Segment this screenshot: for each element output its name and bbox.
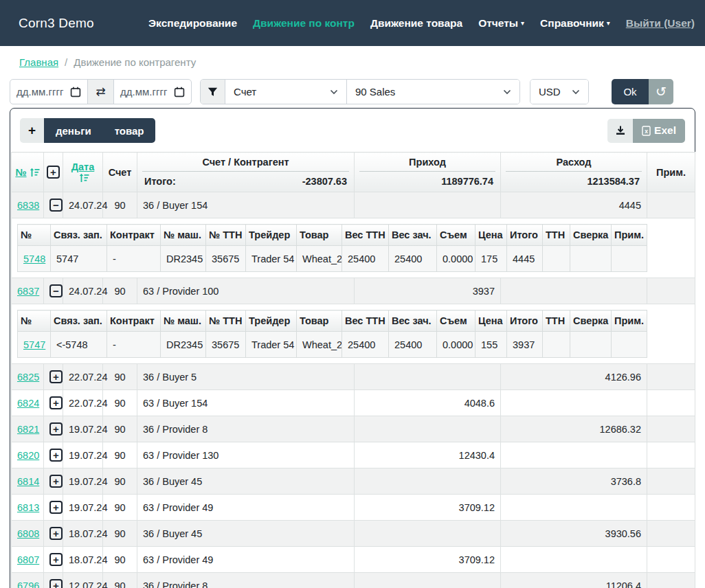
subtable-header: Прим.	[612, 310, 647, 332]
nav-item-reports-dropdown[interactable]: Отчеты▾	[478, 17, 524, 30]
download-button[interactable]	[607, 119, 633, 143]
sort-by-num-link[interactable]: №	[15, 167, 26, 178]
subtable-wrapper: №Связ. зап.Контракт№ маш.№ ТТНТрейдерТов…	[12, 218, 695, 278]
subtable-header: Итого	[507, 225, 543, 246]
expand-cell: +	[44, 573, 63, 588]
subrow-link[interactable]: 5747	[23, 339, 45, 350]
subtable-cell: 35675	[206, 246, 246, 272]
download-icon	[615, 125, 626, 136]
date-to-input[interactable]: дд.мм.гггг	[114, 80, 191, 104]
note-cell	[647, 416, 695, 442]
expand-row-toggle[interactable]: +	[49, 475, 63, 488]
expense-total: 1213584.37	[504, 172, 644, 190]
logout-link[interactable]: Выйти (User)	[626, 17, 695, 30]
subrow-link[interactable]: 5748	[23, 253, 45, 264]
row-link[interactable]: 6821	[17, 424, 39, 435]
expand-row-toggle[interactable]: +	[49, 553, 63, 566]
row-link[interactable]: 6813	[17, 502, 39, 513]
subtable-header: Трейдер	[246, 225, 297, 246]
row-id-cell: 6807	[12, 547, 44, 573]
income-cell	[355, 521, 501, 547]
collapse-row-toggle[interactable]: −	[49, 284, 63, 297]
expand-row-toggle[interactable]: +	[49, 396, 63, 409]
row-link[interactable]: 6820	[17, 450, 39, 461]
add-button[interactable]: +	[20, 118, 44, 143]
subtable: №Связ. зап.Контракт№ маш.№ ТТНТрейдерТов…	[17, 310, 647, 358]
money-tab-button[interactable]: деньги	[44, 118, 103, 143]
row-link[interactable]: 6838	[17, 200, 39, 211]
row-link[interactable]: 6814	[17, 476, 39, 487]
date-from-input[interactable]: дд.мм.гггг	[10, 80, 87, 104]
reset-button[interactable]: ↺	[649, 79, 673, 104]
expand-all-toggle[interactable]: +	[47, 166, 60, 179]
row-link[interactable]: 6824	[17, 398, 39, 409]
totals-income: 1189776.74	[441, 176, 493, 187]
note-cell	[647, 192, 695, 218]
subtable-cell: 0.0000	[437, 246, 475, 272]
income-column-header: Приход 1189776.74	[355, 152, 501, 192]
nav-item-goods-movement[interactable]: Движение товара	[370, 17, 462, 30]
nav-item-contractor-movement[interactable]: Движение по контр	[253, 17, 355, 30]
excel-file-icon: x	[642, 126, 651, 136]
excel-export-button[interactable]: x Exel	[633, 119, 685, 143]
note-cell	[647, 468, 695, 495]
row-id-cell: 6837	[12, 278, 44, 304]
apply-group: Ok ↺	[612, 79, 673, 104]
ok-button[interactable]: Ok	[612, 79, 649, 104]
expand-row-toggle[interactable]: +	[49, 501, 63, 514]
row-link[interactable]: 6796	[17, 580, 39, 588]
table-row: 6838−24.07.249036 / Buyer 1544445	[12, 192, 695, 218]
sort-icon[interactable]	[79, 173, 89, 183]
date-cell: 19.07.24	[63, 442, 103, 468]
currency-group: USD	[530, 79, 589, 104]
income-cell: 3709.12	[355, 495, 501, 521]
expense-cell: 11206.4	[501, 573, 647, 588]
account-cell: 90	[103, 192, 137, 218]
subtable-header: № ТТН	[206, 310, 246, 332]
excel-export-label: Exel	[654, 124, 676, 137]
counterparty-cell: 36 / Buyer 154	[137, 192, 355, 218]
expand-row-toggle[interactable]: +	[49, 422, 63, 436]
counterparty-cell: 36 / Provider 8	[137, 573, 355, 588]
account-select[interactable]: Счет	[225, 80, 347, 104]
breadcrumb-home-link[interactable]: Главная	[19, 56, 58, 68]
row-link[interactable]: 6808	[17, 528, 39, 539]
row-link[interactable]: 6807	[17, 554, 39, 565]
subtable-header: Итого	[507, 310, 543, 332]
expand-all-column-header: +	[44, 152, 63, 192]
subtable-header: Сверка	[570, 310, 612, 332]
currency-select[interactable]: USD	[530, 80, 588, 104]
counterparty-cell: 36 / Buyer 45	[137, 521, 355, 547]
subtable-header: Прим.	[612, 225, 647, 246]
sort-icon[interactable]	[30, 168, 40, 177]
income-cell	[355, 573, 501, 588]
subtable-cell: Wheat_2	[297, 332, 342, 358]
account-cell: 90	[103, 364, 137, 390]
subtable-cell: 3937	[507, 332, 543, 358]
expense-cell	[501, 547, 647, 573]
row-link[interactable]: 6837	[17, 286, 39, 297]
row-id-cell: 6824	[12, 390, 44, 416]
nav-item-directory-dropdown[interactable]: Справочник▾	[540, 17, 610, 30]
income-cell	[355, 416, 501, 442]
expense-cell	[501, 278, 647, 304]
sales-select[interactable]: 90 Sales	[347, 80, 519, 104]
swap-dates-button[interactable]: ⇄	[87, 80, 114, 104]
expand-row-toggle[interactable]: +	[49, 579, 63, 588]
expand-row-toggle[interactable]: +	[49, 449, 63, 462]
caret-down-icon: ▾	[607, 19, 610, 27]
filter-funnel-button[interactable]	[201, 80, 225, 104]
row-link[interactable]: 6825	[17, 372, 39, 383]
sort-by-date-link[interactable]: Дата	[71, 161, 95, 172]
subtable-header: Цена	[475, 225, 507, 246]
calendar-icon	[70, 87, 81, 98]
subtable-cell: Trader 54	[246, 332, 297, 358]
goods-tab-button[interactable]: товар	[103, 118, 156, 143]
collapse-row-toggle[interactable]: −	[49, 199, 63, 212]
nav-item-expedition[interactable]: Экспедирование	[148, 17, 237, 30]
account-cell: 90	[103, 495, 137, 521]
expand-row-toggle[interactable]: +	[49, 370, 63, 383]
reset-icon: ↺	[656, 84, 667, 100]
date-range-group: дд.мм.гггг ⇄ дд.мм.гггг	[10, 79, 192, 104]
expand-row-toggle[interactable]: +	[49, 527, 63, 540]
